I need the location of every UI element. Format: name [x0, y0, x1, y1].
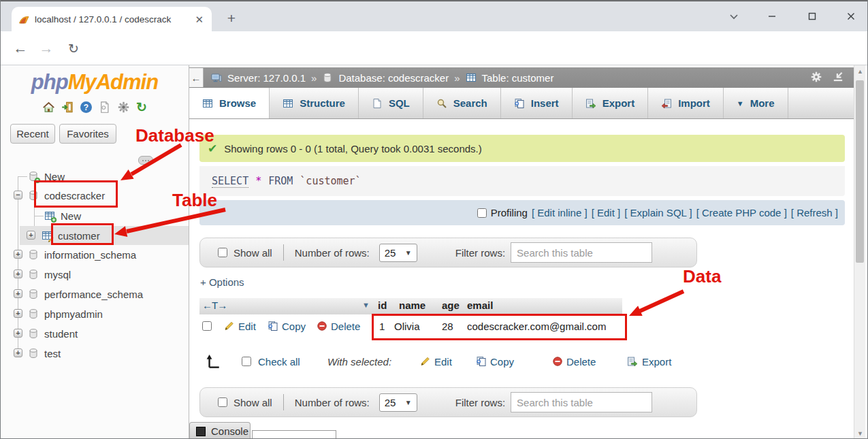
breadcrumb-server[interactable]: Server: 127.0.0.1	[227, 72, 306, 84]
close-window-button[interactable]	[841, 8, 861, 25]
back-button[interactable]: ←	[10, 38, 31, 59]
expand-expander[interactable]: +	[14, 270, 22, 278]
tree-item-performance-schema[interactable]: performance_schema	[1, 284, 216, 304]
copy-icon[interactable]	[476, 356, 487, 367]
page-settings-gear-icon[interactable]	[810, 71, 822, 83]
corner-arrow-icon	[205, 354, 221, 370]
delete-icon[interactable]	[317, 321, 327, 331]
row-delete-link[interactable]: Delete	[331, 321, 360, 332]
expand-expander[interactable]: +	[14, 309, 22, 318]
row-edit-link[interactable]: Edit	[238, 321, 256, 332]
row-copy-link[interactable]: Copy	[282, 321, 306, 332]
rows-per-page-select[interactable]: 25 ▼	[379, 244, 417, 262]
pencil-icon[interactable]	[224, 321, 235, 331]
column-header-age[interactable]: age	[442, 299, 460, 311]
scroll-down-icon[interactable]: ▼	[854, 430, 866, 437]
tab-export[interactable]: Export	[573, 88, 649, 118]
forward-button[interactable]: →	[36, 38, 57, 59]
sql-star: *	[255, 175, 261, 187]
check-all-checkbox[interactable]	[242, 357, 251, 366]
tree-item-information-schema[interactable]: information_schema	[1, 245, 216, 264]
column-header-id[interactable]: id	[378, 299, 387, 311]
pma-logo[interactable]: phpMyAdmin	[1, 70, 189, 95]
create-php-code-link[interactable]: [ Create PHP code ]	[696, 207, 787, 218]
tab-close-icon[interactable]: ✕	[193, 14, 205, 26]
tab-structure[interactable]: Structure	[270, 88, 359, 118]
scrollbar-thumb[interactable]	[856, 80, 864, 263]
expand-expander[interactable]: +	[27, 231, 35, 240]
row-checkbox[interactable]	[202, 321, 212, 331]
column-header-name[interactable]: name	[399, 299, 425, 311]
more-dropdown-icon: ▼	[737, 99, 744, 108]
refresh-link[interactable]: [ Refresh ]	[791, 207, 838, 218]
column-header-email[interactable]: email	[467, 299, 493, 311]
maximize-button[interactable]	[803, 8, 822, 25]
logout-icon[interactable]	[61, 101, 74, 114]
scroll-up-icon[interactable]: ▲	[854, 68, 866, 75]
refresh-nav-icon[interactable]: ↻	[136, 101, 147, 114]
breadcrumb: ← Server: 127.0.0.1 » Database: codescra…	[189, 67, 854, 88]
expand-expander[interactable]: +	[14, 289, 22, 298]
filter-rows-input[interactable]	[511, 392, 652, 412]
tab-import[interactable]: Import	[648, 88, 724, 118]
structure-icon	[283, 98, 293, 109]
show-all-checkbox[interactable]	[218, 397, 227, 407]
nav-resize-handle[interactable]	[138, 156, 153, 165]
tree-item-student[interactable]: student	[1, 324, 216, 343]
selected-edit-link[interactable]: Edit	[434, 356, 452, 368]
delete-icon[interactable]	[552, 356, 563, 367]
tree-item-test[interactable]: test	[1, 344, 216, 363]
reload-button[interactable]: ↻	[63, 38, 84, 59]
tab-search-chevron-icon[interactable]	[724, 8, 743, 25]
pma-nav-icon-row: ? ↻	[1, 101, 189, 114]
copy-icon[interactable]	[268, 321, 278, 331]
database-icon	[28, 289, 39, 299]
edit-link[interactable]: [ Edit ]	[592, 207, 621, 218]
tree-item-mysql[interactable]: mysql	[1, 265, 216, 284]
pencil-icon[interactable]	[420, 356, 431, 367]
rows-per-page-select[interactable]: 25 ▼	[379, 393, 417, 412]
filter-rows-input[interactable]	[511, 242, 652, 263]
recent-button[interactable]: Recent	[10, 124, 55, 144]
selected-export-link[interactable]: Export	[642, 356, 671, 368]
home-icon[interactable]	[42, 101, 55, 114]
collapse-expander[interactable]: −	[14, 191, 22, 199]
tab-sql[interactable]: SQL	[359, 88, 423, 118]
nav-collapse-arrow[interactable]: ←	[189, 68, 204, 87]
database-icon	[28, 249, 39, 260]
settings-icon[interactable]	[117, 101, 130, 114]
sort-descending-icon[interactable]: ▼	[362, 301, 370, 309]
collapse-top-icon[interactable]	[832, 71, 844, 83]
console-input-box[interactable]	[252, 430, 336, 439]
check-all-link[interactable]: Check all	[258, 356, 300, 368]
selected-copy-link[interactable]: Copy	[490, 356, 514, 368]
explain-sql-link[interactable]: [ Explain SQL ]	[624, 207, 692, 218]
breadcrumb-table[interactable]: Table: customer	[482, 72, 554, 84]
browser-tab[interactable]: localhost / 127.0.0.1 / codescrack ✕	[12, 7, 212, 32]
column-reorder-widget[interactable]: ←T→	[202, 299, 227, 311]
expand-expander[interactable]: +	[14, 329, 22, 338]
tab-insert[interactable]: Insert	[501, 88, 573, 118]
tab-browse[interactable]: Browse	[189, 88, 270, 118]
minimize-button[interactable]	[762, 8, 782, 25]
options-toggle[interactable]: + Options	[200, 276, 244, 288]
main-scrollbar[interactable]: ▲ ▼	[854, 65, 865, 439]
expand-expander[interactable]: +	[14, 250, 22, 259]
chevron-down-icon: ▼	[405, 399, 412, 406]
show-all-checkbox[interactable]	[218, 248, 227, 257]
favorites-button[interactable]: Favorites	[59, 124, 116, 144]
show-all-label: Show all	[234, 247, 272, 259]
profiling-checkbox[interactable]	[477, 208, 487, 218]
docs-icon[interactable]	[98, 101, 111, 114]
help-icon[interactable]: ?	[80, 101, 92, 113]
expand-expander[interactable]: +	[14, 348, 22, 357]
tab-search[interactable]: Search	[423, 88, 501, 118]
export-icon[interactable]	[627, 356, 638, 367]
breadcrumb-database[interactable]: Database: codescracker	[338, 72, 449, 84]
tab-more[interactable]: ▼ More	[724, 88, 788, 118]
edit-inline-link[interactable]: [ Edit inline ]	[532, 207, 588, 218]
console-toggle[interactable]: Console	[189, 422, 251, 439]
new-tab-button[interactable]: +	[223, 10, 240, 27]
tree-item-phpmyadmin[interactable]: phpmyadmin	[1, 304, 216, 323]
selected-delete-link[interactable]: Delete	[566, 356, 596, 368]
